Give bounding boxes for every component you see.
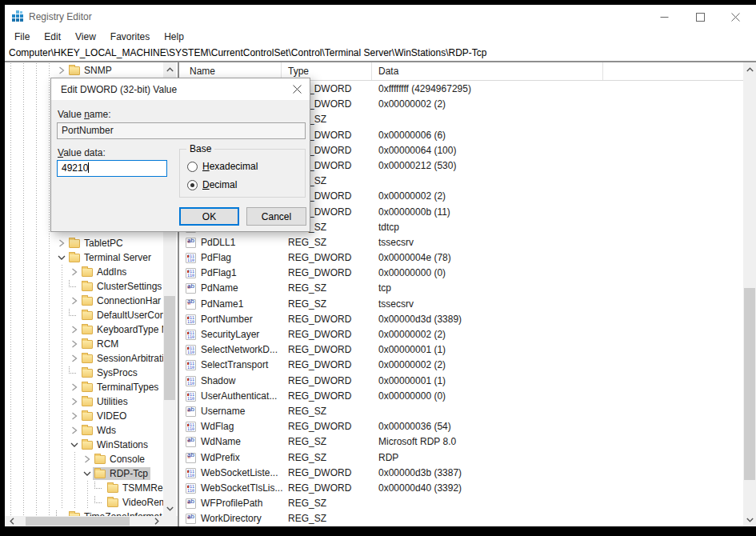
registry-value-row[interactable]: WdNameREG_SZMicrosoft RDP 8.0	[182, 434, 742, 450]
tree-guide-line	[5, 322, 18, 337]
tree-item-rcm[interactable]: RCM	[5, 337, 178, 351]
value-data-input[interactable]: 49210	[57, 160, 167, 177]
registry-value-row[interactable]: PdFlagREG_DWORD0x0000004e (78)	[182, 250, 742, 266]
close-button[interactable]	[718, 5, 754, 29]
tree-horizontal-scrollbar[interactable]	[5, 516, 178, 526]
chevron-down-icon[interactable]	[82, 469, 93, 478]
tree-guide-line	[43, 423, 56, 438]
registry-value-row[interactable]: ShadowREG_DWORD0x00000001 (1)	[182, 374, 742, 389]
value-type: REG_SZ	[288, 450, 326, 466]
value-type: REG_SZ	[288, 434, 326, 450]
tree-item-tabletpc[interactable]: TabletPC	[5, 236, 178, 250]
list-scrollbar-thumb[interactable]	[744, 288, 755, 480]
registry-value-row[interactable]: WorkDirectoryREG_SZ	[182, 511, 742, 526]
registry-value-row[interactable]: PdName1REG_SZtssecsrv	[182, 297, 742, 312]
maximize-button[interactable]	[682, 5, 718, 29]
scroll-right-icon[interactable]	[150, 516, 163, 526]
chevron-right-icon[interactable]	[69, 325, 80, 334]
chevron-right-icon[interactable]	[69, 296, 80, 306]
tree-item-clustersettings[interactable]: ClusterSettings	[5, 279, 178, 294]
value-data: 0x00000002 (2)	[378, 97, 446, 112]
menu-help[interactable]: Help	[157, 31, 191, 42]
tree-guide-line	[30, 250, 43, 265]
string-value-icon	[186, 437, 196, 447]
tree-item-video[interactable]: VIDEO	[5, 409, 178, 423]
scroll-down-icon[interactable]	[743, 513, 756, 526]
close-icon	[293, 85, 302, 94]
scroll-up-icon[interactable]	[163, 62, 176, 76]
chevron-right-icon[interactable]	[56, 238, 67, 248]
tree-item-terminaltypes[interactable]: TerminalTypes	[5, 380, 178, 394]
tree-item-defaultusercon[interactable]: DefaultUserCon	[5, 308, 178, 322]
tree-hscrollbar-thumb[interactable]	[26, 517, 130, 526]
chevron-right-icon[interactable]	[69, 397, 80, 406]
value-type: REG_DWORD	[288, 481, 351, 496]
tree-scrollbar-thumb[interactable]	[164, 296, 175, 400]
column-header-data[interactable]: Data	[372, 62, 603, 80]
chevron-right-icon[interactable]	[69, 411, 80, 421]
tree-item-connectionhar[interactable]: ConnectionHar	[5, 294, 178, 308]
chevron-right-icon[interactable]	[56, 66, 67, 75]
registry-value-row[interactable]: WdFlagREG_DWORD0x00000036 (54)	[182, 419, 742, 434]
chevron-right-icon[interactable]	[69, 339, 80, 349]
minimize-button[interactable]	[646, 5, 682, 29]
ok-button[interactable]: OK	[179, 207, 239, 226]
registry-value-row[interactable]: SelectTransportREG_DWORD0x00000002 (2)	[182, 358, 742, 373]
chevron-down-icon[interactable]	[69, 440, 80, 450]
list-vertical-scrollbar[interactable]	[743, 62, 756, 526]
value-data: tcp	[378, 281, 391, 296]
tree-item-snmp[interactable]: SNMP	[5, 63, 178, 78]
cancel-button[interactable]: Cancel	[246, 207, 306, 226]
tree-item-utilities[interactable]: Utilities	[5, 394, 178, 409]
tree-item-sessionarbitrati[interactable]: SessionArbitrati	[5, 351, 178, 366]
tree-item-addins[interactable]: AddIns	[5, 265, 178, 279]
menu-favorites[interactable]: Favorites	[103, 31, 157, 42]
radio-decimal[interactable]: Decimal	[187, 179, 237, 190]
registry-value-row[interactable]: WFProfilePathREG_SZ	[182, 496, 742, 511]
value-name-field[interactable]: PortNumber	[57, 122, 306, 139]
folder-icon	[82, 354, 93, 363]
registry-value-row[interactable]: WdPrefixREG_SZRDP	[182, 450, 742, 466]
value-name: WdFlag	[201, 419, 234, 434]
tree-item-console[interactable]: Console	[5, 452, 178, 466]
registry-value-row[interactable]: PdFlag1REG_DWORD0x00000000 (0)	[182, 266, 742, 281]
registry-value-row[interactable]: PdDLL1REG_SZtssecsrv	[182, 235, 742, 250]
menu-edit[interactable]: Edit	[37, 31, 68, 42]
tree-item-terminal-server[interactable]: Terminal Server	[5, 250, 178, 265]
chevron-down-icon[interactable]	[56, 253, 67, 262]
menu-file[interactable]: File	[7, 31, 37, 42]
tree-item-winstations[interactable]: WinStations	[5, 438, 178, 452]
radio-hexadecimal[interactable]: Hexadecimal	[187, 161, 258, 172]
dword-value-icon	[186, 314, 196, 325]
chevron-right-icon[interactable]	[69, 382, 80, 392]
folder-icon	[82, 340, 93, 349]
registry-value-row[interactable]: SecurityLayerREG_DWORD0x00000002 (2)	[182, 327, 742, 342]
tree-item-wds[interactable]: Wds	[5, 423, 178, 438]
tree-guide-line	[43, 322, 56, 337]
tree-connector-line	[56, 510, 63, 517]
chevron-right-icon[interactable]	[69, 267, 80, 277]
chevron-right-icon[interactable]	[82, 454, 93, 464]
tree-item-videorem[interactable]: VideoRem	[5, 495, 178, 510]
menu-view[interactable]: View	[68, 31, 103, 42]
chevron-right-icon[interactable]	[69, 426, 80, 435]
tree-item-keyboardtype-m[interactable]: KeyboardType M	[5, 322, 178, 337]
registry-value-row[interactable]: WebSocketTlsLis...REG_DWORD0x00000d40 (3…	[182, 481, 742, 496]
registry-value-row[interactable]: SelectNetworkD...REG_DWORD0x00000001 (1)	[182, 342, 742, 358]
tree-item-label: Console	[110, 454, 145, 465]
registry-value-row[interactable]: PdNameREG_SZtcp	[182, 281, 742, 296]
address-bar[interactable]: Computer\HKEY_LOCAL_MACHINE\SYSTEM\Curre…	[5, 45, 756, 61]
scroll-left-icon[interactable]	[5, 516, 18, 526]
registry-value-row[interactable]: UserAuthenticat...REG_DWORD0x00000000 (0…	[182, 389, 742, 404]
scroll-down-icon[interactable]	[163, 502, 176, 515]
scroll-up-icon[interactable]	[743, 62, 756, 76]
registry-value-row[interactable]: PortNumberREG_DWORD0x00000d3d (3389)	[182, 312, 742, 327]
tree-item-rdp-tcp[interactable]: RDP-Tcp	[5, 466, 178, 481]
tree-item-timezoneinformat[interactable]: TimeZoneInformat	[5, 510, 178, 516]
chevron-right-icon[interactable]	[69, 354, 80, 363]
registry-value-row[interactable]: UsernameREG_SZ	[182, 404, 742, 419]
tree-item-tsmmrem[interactable]: TSMMRem	[5, 481, 178, 495]
registry-value-row[interactable]: WebSocketListe...REG_DWORD0x00000d3b (33…	[182, 466, 742, 481]
tree-item-sysprocs[interactable]: SysProcs	[5, 366, 178, 380]
dialog-close-button[interactable]	[287, 81, 306, 98]
